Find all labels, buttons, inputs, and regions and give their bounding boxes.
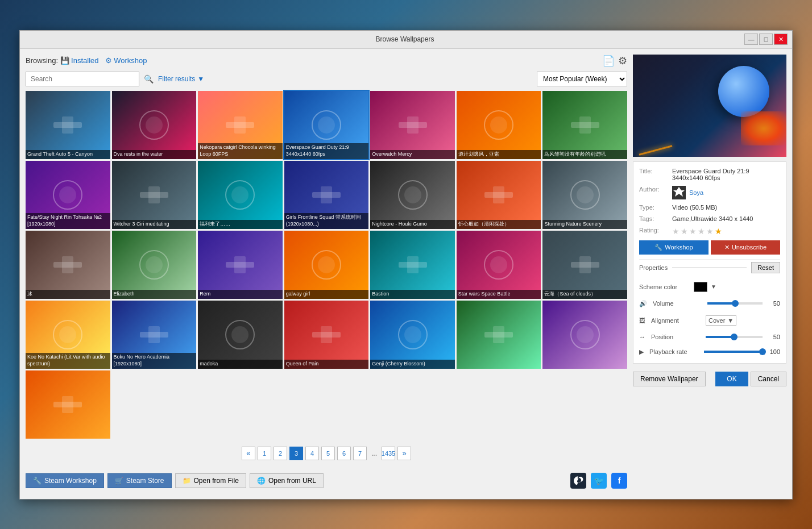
grid-item-16[interactable]: Rem	[198, 231, 283, 299]
svg-rect-13	[579, 116, 591, 134]
page-2-button[interactable]: 2	[274, 447, 287, 460]
open-url-button[interactable]: 🌐 Open from URL	[250, 473, 324, 488]
position-slider[interactable]	[706, 336, 763, 338]
ok-button[interactable]: OK	[715, 372, 748, 386]
unsubscribe-button[interactable]: ✕ Unsubscribe	[711, 240, 780, 255]
grid-item-21[interactable]: Koe No Katachi (Lit.Var with audio spect…	[26, 301, 110, 369]
last-page-button[interactable]: 1435	[382, 447, 395, 460]
grid-item-6[interactable]: 鸟风雏初没有年龄的别进吼	[542, 91, 627, 159]
svg-point-39	[490, 256, 507, 273]
author-label: Author:	[639, 186, 668, 199]
color-swatch[interactable]	[694, 282, 707, 292]
grid-item-10[interactable]: Girls Frontline Squad 带系统时间 (1920x1080..…	[284, 161, 369, 229]
grid-item-7[interactable]: Fate/Stay Night Rin Tohsaka №2 [1920x108…	[26, 161, 110, 229]
facebook-social-button[interactable]: f	[611, 473, 627, 489]
star-2[interactable]: ★	[681, 227, 688, 236]
prev-page-button[interactable]: «	[242, 447, 255, 460]
main-window: Browse Wallpapers — □ ✕ Browsing: 💾 Inst…	[19, 30, 793, 499]
close-button[interactable]: ✕	[774, 34, 788, 45]
steam-workshop-button[interactable]: 🔧 Steam Workshop	[26, 473, 104, 488]
search-button[interactable]: 🔍	[144, 74, 154, 84]
cancel-button[interactable]: Cancel	[751, 372, 786, 386]
grid-item-19[interactable]: Star wars Space Battle	[457, 231, 541, 299]
minimize-button[interactable]: —	[744, 34, 758, 45]
browsing-text: Browsing:	[26, 56, 58, 65]
playback-slider[interactable]	[704, 351, 763, 353]
grid-item-8[interactable]: Witcher 3 Ciri meditating	[112, 161, 197, 229]
filter-results-button[interactable]: Filter results ▼	[158, 75, 204, 83]
page-5-button[interactable]: 5	[321, 447, 335, 460]
grid-item-24[interactable]: Queen of Pain	[284, 301, 369, 369]
star-4[interactable]: ★	[698, 227, 705, 236]
properties-divider	[672, 267, 747, 268]
workshop-link[interactable]: ⚙ Workshop	[105, 56, 147, 65]
new-file-icon[interactable]: 📄	[602, 55, 615, 67]
grid-item-26[interactable]	[457, 301, 541, 369]
open-file-button[interactable]: 📁 Open from File	[175, 473, 246, 488]
star-favorite[interactable]: ★	[715, 227, 722, 236]
grid-item-14[interactable]: 冰	[26, 231, 110, 299]
grid-item-23[interactable]: madoka	[198, 301, 283, 369]
search-input[interactable]	[26, 72, 139, 86]
grid-item-2[interactable]: Nekopara catgirl Chocola winking Loop 60…	[198, 91, 283, 159]
volume-thumb[interactable]	[732, 300, 739, 307]
grid-item-15[interactable]: Elizabeth	[112, 231, 197, 299]
star-5[interactable]: ★	[706, 227, 714, 236]
installed-link[interactable]: 💾 Installed	[60, 56, 98, 65]
grid-item-4[interactable]: Overwatch Mercy	[370, 91, 455, 159]
grid-item-27[interactable]	[542, 301, 627, 369]
grid-item-bg-27	[542, 301, 627, 369]
svg-point-43	[59, 326, 76, 343]
page-7-button[interactable]: 7	[353, 447, 367, 460]
page-6-button[interactable]: 6	[337, 447, 351, 460]
grid-item-label-17: galway girl	[284, 290, 369, 299]
settings-icon[interactable]: ⚙	[618, 55, 627, 67]
author-name[interactable]: Soya	[689, 189, 703, 196]
svg-point-11	[490, 116, 507, 134]
grid-item-17[interactable]: galway girl	[284, 231, 369, 299]
svg-point-23	[404, 186, 421, 203]
grid-item-bg-16	[198, 231, 283, 299]
grid-item-28[interactable]	[26, 370, 110, 439]
rating-label: Rating:	[639, 227, 668, 236]
maximize-button[interactable]: □	[759, 34, 773, 45]
grid-item-0[interactable]: Grand Theft Auto 5 - Canyon	[26, 91, 110, 159]
grid-item-bg-9	[198, 161, 283, 229]
playback-thumb[interactable]	[759, 348, 766, 355]
svg-rect-9	[407, 116, 419, 134]
grid-item-5[interactable]: 源计划逃风，亚索	[457, 91, 541, 159]
page-3-button[interactable]: 3	[289, 447, 303, 460]
grid-item-3[interactable]: Everspace Guard Duty 21:9 3440x1440 60fp…	[284, 91, 369, 159]
grid-item-20[interactable]: 云海（Sea of clouds）	[542, 231, 627, 299]
grid-item-9[interactable]: 福利来了……	[198, 161, 283, 229]
steam-store-button[interactable]: 🛒 Steam Store	[107, 473, 172, 488]
color-dropdown-arrow[interactable]: ▼	[711, 284, 716, 290]
grid-item-25[interactable]: Genji (Cherry Blossom)	[370, 301, 455, 369]
star-3[interactable]: ★	[689, 227, 697, 236]
reset-button[interactable]: Reset	[751, 262, 780, 273]
next-page-button[interactable]: »	[397, 447, 411, 460]
grid-item-22[interactable]: Boku No Hero Academia [1920x1080]	[112, 301, 197, 369]
page-4-button[interactable]: 4	[305, 447, 319, 460]
sort-dropdown[interactable]: Most Popular (Week) Most Popular (Today)…	[537, 72, 627, 86]
grid-item-13[interactable]: Stunning Nature Scenery	[542, 161, 627, 229]
svg-rect-45	[148, 326, 160, 343]
volume-slider[interactable]	[707, 302, 763, 305]
position-thumb[interactable]	[731, 334, 738, 340]
scheme-color-label: Scheme color	[639, 284, 690, 290]
grid-item-18[interactable]: Bastion	[370, 231, 455, 299]
remove-wallpaper-button[interactable]: Remove Wallpaper	[633, 372, 706, 386]
grid-item-11[interactable]: Nightcore - Houki Gumo	[370, 161, 455, 229]
alignment-dropdown[interactable]: Cover ▼	[706, 315, 736, 326]
twitter-social-button[interactable]: 🐦	[591, 473, 607, 489]
steam-social-button[interactable]	[570, 473, 586, 489]
star-1[interactable]: ★	[672, 227, 680, 236]
svg-rect-21	[321, 186, 332, 203]
type-label: Type:	[639, 204, 668, 211]
grid-item-12[interactable]: 忻心般如（清闲探处）	[457, 161, 541, 229]
twitter-icon: 🐦	[594, 476, 604, 485]
workshop-button[interactable]: 🔧 Workshop	[639, 240, 709, 255]
rating-stars: ★ ★ ★ ★ ★ ★	[672, 227, 722, 236]
grid-item-1[interactable]: Dva rests in the water	[112, 91, 197, 159]
page-1-button[interactable]: 1	[258, 447, 271, 460]
